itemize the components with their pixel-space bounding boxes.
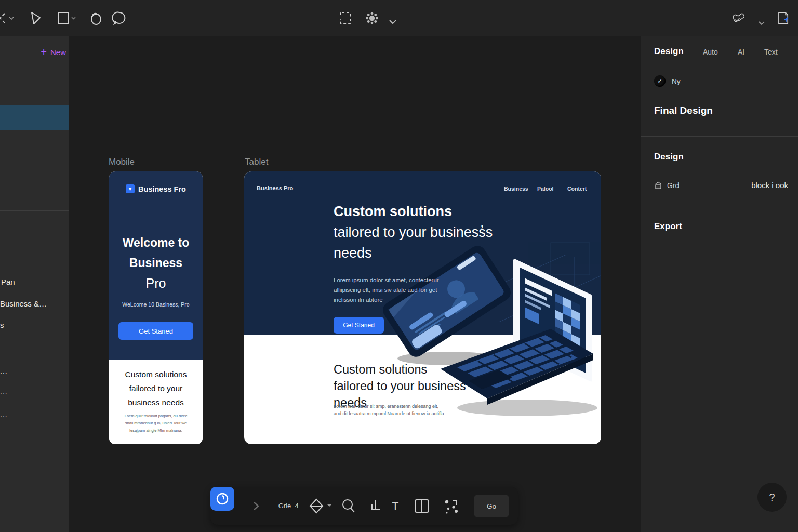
- export-share-icon[interactable]: [776, 11, 791, 25]
- components-scatter-icon[interactable]: [441, 487, 460, 525]
- mobile-section-heading: Custom solutions failored to your busine…: [114, 367, 197, 409]
- mobile-content-section: Custom solutions failored to your busine…: [109, 360, 203, 444]
- layer-label: Ny: [672, 77, 681, 85]
- help-button[interactable]: ?: [757, 483, 787, 512]
- top-toolbar: [0, 0, 798, 36]
- mobile-logo: ▼ Business Fro: [109, 184, 203, 193]
- grid-size-value[interactable]: 4: [292, 487, 301, 525]
- collab-squiggle-icon[interactable]: [732, 11, 746, 25]
- chevron-down-icon[interactable]: [385, 15, 400, 29]
- diamond-caret-icon[interactable]: [326, 487, 333, 525]
- selection-title: Final Design: [654, 105, 713, 116]
- sidebar-item-pan[interactable]: Pan: [1, 277, 15, 286]
- tablet-get-started-button[interactable]: Get Staried: [334, 317, 384, 334]
- tablet-heading: Custom solutions tailored to your busine…: [334, 201, 521, 263]
- new-button-label: New: [50, 48, 66, 57]
- mobile-subtitle: WeLcome 10 Basiness, Pro: [109, 301, 203, 308]
- grid-stack-icon: [654, 181, 662, 190]
- text-tool-icon[interactable]: T: [388, 487, 403, 525]
- collab-caret-icon[interactable]: [754, 16, 769, 30]
- mobile-heading-light: Pro: [109, 273, 203, 294]
- sidebar-item-business[interactable]: Business &…: [0, 299, 47, 308]
- frame-tool-icon[interactable]: [56, 11, 71, 25]
- tablet-section-body-line: Lorem isan detor si: smp, eranestenn del…: [334, 403, 479, 410]
- marquee-select-icon[interactable]: [338, 11, 353, 25]
- mobile-body-line: Loem qulir tnioliodt pngans, du direc: [113, 413, 198, 420]
- grid-property-row[interactable]: Grd block i ook: [654, 181, 788, 190]
- tab-ai[interactable]: AI: [738, 48, 744, 56]
- mobile-frame-label[interactable]: Mobile: [109, 157, 135, 167]
- dial-icon: [216, 492, 229, 506]
- mobile-heading: Welcome to Business: [109, 233, 203, 273]
- hand-tool-icon[interactable]: [88, 11, 103, 25]
- sidebar-item-dots-1[interactable]: ...: [0, 367, 8, 375]
- frame-tool-caret-icon[interactable]: [71, 16, 76, 20]
- expand-chevron-icon[interactable]: [251, 487, 261, 525]
- zoom-search-icon[interactable]: [339, 487, 358, 525]
- mobile-hero-section: ▼ Business Fro Welcome to Business Pro W…: [109, 171, 203, 360]
- tablet-body: Lorem ipsum dolor sit amet, contecterur …: [334, 275, 463, 305]
- panel-divider: [641, 136, 798, 137]
- plus-icon: +: [41, 47, 47, 57]
- layers-sidebar: + New Pan Business &… s ... ... ...: [0, 36, 69, 532]
- split-layout-icon[interactable]: [413, 487, 431, 525]
- mobile-logo-text: Business Fro: [138, 185, 186, 193]
- mobile-get-started-button[interactable]: Get Staried: [118, 322, 193, 340]
- mobile-body-line: snail mronednut g lo, unled. lour we: [113, 420, 198, 427]
- tablet-frame[interactable]: Business Pro Business Palool Contert Cus…: [244, 171, 601, 444]
- tab-design[interactable]: Design: [654, 46, 684, 57]
- tablet-section-body: Lorem isan detor si: smp, eranestenn del…: [334, 403, 479, 417]
- layer-check-icon: ✓: [654, 75, 666, 87]
- canvas-quick-toolbar: Grie 4 T Go: [210, 487, 518, 525]
- tablet-nav-contert[interactable]: Contert: [567, 185, 587, 192]
- move-tool-icon[interactable]: [28, 11, 43, 25]
- logo-mark-icon: ▼: [126, 184, 135, 193]
- properties-panel: Design Auto AI Text ✓ Ny Final Design De…: [641, 36, 798, 532]
- sidebar-divider: [0, 210, 69, 211]
- tablet-section-body-line: aod dit lesaatra m mpoml Noarode ot fien…: [334, 410, 479, 417]
- grid-size-label: Grie: [276, 487, 294, 525]
- export-section-heading: Export: [654, 221, 682, 232]
- tablet-nav-palool[interactable]: Palool: [537, 185, 554, 192]
- tablet-body-line: Lorem ipsum dolor sit amet, contecterur: [334, 275, 463, 285]
- mobile-body-line: lesajpam aingle Mlm malnana:: [113, 427, 198, 434]
- selected-layer-row[interactable]: [0, 105, 69, 130]
- grid-property-value[interactable]: block i ook: [751, 181, 788, 190]
- tab-auto[interactable]: Auto: [703, 48, 718, 56]
- tab-text[interactable]: Text: [764, 48, 778, 56]
- back-caret-icon[interactable]: [8, 15, 15, 21]
- layer-row[interactable]: ✓ Ny: [654, 75, 681, 87]
- design-section-heading: Design: [654, 152, 684, 162]
- tablet-heading-line1: Custom solutions: [334, 201, 521, 222]
- panel-divider: [641, 255, 798, 255]
- sidebar-item-dots-2[interactable]: ...: [0, 388, 8, 396]
- tablet-body-line: alliipiscing elt, imsi siv alale aud lon…: [334, 285, 463, 295]
- comment-tool-icon[interactable]: [112, 11, 127, 25]
- new-button[interactable]: + New: [41, 47, 66, 57]
- text-tool-glyph: T: [392, 500, 399, 512]
- panel-divider: [641, 210, 798, 210]
- primary-tool-button[interactable]: [210, 487, 234, 511]
- sidebar-item-s[interactable]: s: [0, 321, 4, 329]
- tablet-logo-text: Business Pro: [257, 185, 293, 191]
- tablet-heading-line3: needs: [334, 243, 521, 263]
- mobile-frame[interactable]: ▼ Business Fro Welcome to Business Pro W…: [109, 171, 203, 444]
- go-button[interactable]: Go: [474, 495, 509, 517]
- sidebar-item-dots-3[interactable]: ...: [0, 410, 8, 419]
- diamond-tool-icon[interactable]: [308, 487, 325, 525]
- mobile-section-body: Loem qulir tnioliodt pngans, du direc sn…: [113, 413, 198, 434]
- tablet-nav-business[interactable]: Business: [504, 185, 528, 192]
- settings-flower-icon[interactable]: [365, 11, 379, 25]
- tablet-heading-line2: tailored to your business̓s: [334, 222, 521, 243]
- align-baseline-icon[interactable]: [367, 487, 384, 525]
- grid-property-label: Grd: [667, 181, 679, 190]
- tablet-body-line: inclisson iln abtore: [334, 295, 463, 305]
- design-canvas[interactable]: Mobile ▼ Business Fro Welcome to Busines…: [69, 36, 641, 532]
- tablet-frame-label[interactable]: Tablet: [245, 157, 268, 167]
